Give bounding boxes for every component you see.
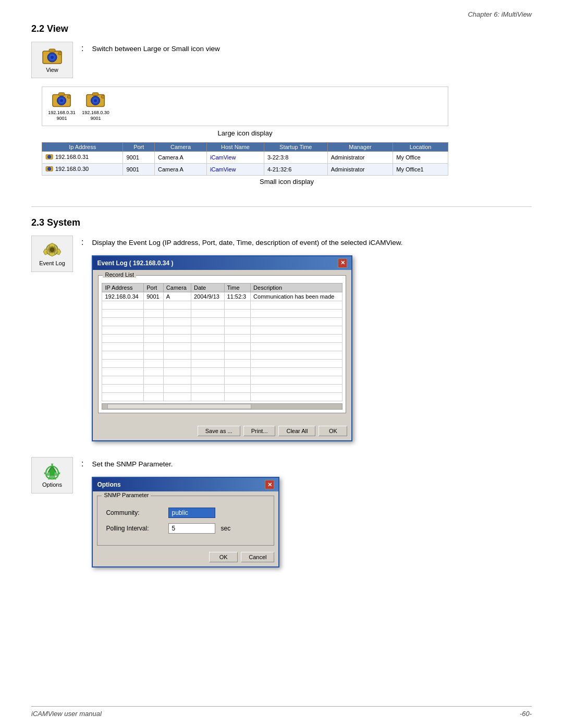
col-port: Port — [123, 142, 155, 151]
table-row — [102, 359, 342, 367]
options-dialog: Options ✕ SNMP Parameter Community: P — [92, 477, 279, 567]
table-row: 192.168.0.30 9001 Camera A iCamView 4-21… — [42, 163, 448, 175]
cam-icon-large-1: 192.168.0.319001 — [47, 91, 76, 121]
chapter-header: Chapter 6: iMultiView — [31, 10, 532, 18]
snmp-group: SNMP Parameter Community: Polling Interv… — [97, 496, 274, 546]
options-description: Set the SNMP Parameter. — [92, 459, 532, 470]
options-title: Options — [97, 481, 120, 488]
table-row — [102, 309, 342, 317]
table-row — [102, 367, 342, 376]
view-section-title: 2.2 View — [31, 23, 532, 34]
rec1-desc: Communication has been made — [251, 292, 342, 301]
svg-rect-4 — [49, 49, 55, 52]
ok-button[interactable]: OK — [319, 426, 347, 436]
cam-icon-large-2: 192.168.0.309001 — [81, 91, 110, 121]
view-icon-svg — [41, 47, 64, 66]
system-section-title: 2.3 System — [31, 217, 532, 228]
chapter-title: Chapter 6: iMultiView — [468, 10, 532, 18]
rec-col-camera: Camera — [163, 283, 191, 292]
event-log-close-btn[interactable]: ✕ — [338, 258, 347, 268]
col-camera: Camera — [155, 142, 207, 151]
row2-hostname: iCamView — [207, 163, 264, 175]
row2-cam-icon — [45, 165, 54, 173]
footer-left: iCAMView user manual — [31, 710, 102, 718]
section-divider — [31, 206, 532, 207]
cam1-label: 192.168.0.319001 — [48, 110, 76, 121]
scrollbar-thumb — [107, 404, 251, 409]
record-list-label: Record List — [103, 272, 136, 278]
rec-col-port: Port — [144, 283, 164, 292]
row2-manager: Administrator — [327, 163, 393, 175]
community-input[interactable] — [168, 508, 215, 518]
svg-rect-11 — [67, 95, 70, 98]
large-icon-display: 192.168.0.319001 192.168.0.309001 — [42, 87, 448, 126]
bullet-colon-view: : — [81, 44, 83, 53]
record-scrollbar[interactable] — [102, 403, 342, 410]
small-display-caption: Small icon display — [42, 178, 532, 186]
clear-all-button[interactable]: Clear All — [278, 426, 315, 436]
event-log-icon-label: Event Log — [39, 260, 65, 266]
col-startup: Startup Time — [264, 142, 327, 151]
event-log-title: Event Log ( 192.168.0.34 ) — [97, 260, 173, 267]
svg-rect-17 — [101, 95, 104, 98]
row1-ip: 192.168.0.31 — [42, 151, 123, 163]
rec1-date: 2004/9/13 — [191, 292, 224, 301]
rec1-camera: A — [163, 292, 191, 301]
bullet-colon-system: : — [81, 238, 83, 247]
row1-port: 9001 — [123, 151, 155, 163]
event-log-description: Display the Event Log (IP address, Port,… — [92, 238, 532, 248]
community-row: Community: — [106, 508, 265, 518]
rec1-port: 9001 — [144, 292, 164, 301]
event-log-buttons: Save as ... Print... Clear All OK — [93, 424, 351, 440]
row2-startup: 4-21:32:6 — [264, 163, 327, 175]
svg-point-15 — [94, 99, 97, 102]
event-log-body: Record List IP Address Port Camera — [93, 270, 351, 424]
footer-right: -60- — [520, 710, 532, 718]
options-cancel-button[interactable]: Cancel — [241, 552, 274, 562]
polling-unit: sec — [221, 525, 230, 532]
svg-point-28 — [50, 248, 54, 252]
svg-point-25 — [49, 168, 50, 169]
col-ip: Ip Address — [42, 142, 123, 151]
table-row — [102, 392, 342, 401]
save-as-button[interactable]: Save as ... — [198, 426, 240, 436]
event-log-dialog-container: Event Log ( 192.168.0.34 ) ✕ Record List — [92, 255, 532, 441]
col-location: Location — [393, 142, 448, 151]
rec1-time: 11:52:3 — [224, 292, 251, 301]
table-row — [102, 342, 342, 351]
polling-label: Polling Interval: — [106, 525, 163, 532]
options-buttons: OK Cancel — [93, 550, 278, 566]
table-row — [102, 376, 342, 384]
event-log-titlebar: Event Log ( 192.168.0.34 ) ✕ — [93, 256, 351, 270]
row1-cam-icon — [45, 153, 54, 161]
section-system: 2.3 System Event Log : Display the Event — [31, 217, 532, 568]
rec-col-time: Time — [224, 283, 251, 292]
event-log-icon-svg — [42, 241, 63, 259]
table-row — [102, 301, 342, 309]
svg-point-9 — [60, 99, 63, 102]
options-titlebar: Options ✕ — [93, 478, 278, 491]
polling-input[interactable] — [168, 523, 215, 534]
options-close-btn[interactable]: ✕ — [265, 480, 274, 489]
polling-row: Polling Interval: sec — [106, 523, 265, 534]
row1-startup: 3-22:3:8 — [264, 151, 327, 163]
small-icon-table: Ip Address Port Camera Host Name Startup… — [42, 142, 448, 176]
print-button[interactable]: Print... — [243, 426, 276, 436]
cam2-label: 192.168.0.309001 — [82, 110, 109, 121]
options-icon-label: Options — [42, 482, 62, 488]
svg-point-21 — [49, 156, 50, 157]
rec1-ip: 192.168.0.34 — [102, 292, 144, 301]
table-row — [102, 326, 342, 334]
record-list-group: Record List IP Address Port Camera — [98, 275, 346, 413]
view-description: Switch between Large or Small icon view — [92, 44, 219, 54]
options-icon-box: Options — [31, 457, 73, 493]
row1-manager: Administrator — [327, 151, 393, 163]
rec-col-ip: IP Address — [102, 283, 144, 292]
table-row: 192.168.0.34 9001 A 2004/9/13 11:52:3 Co… — [102, 292, 342, 301]
options-dialog-container: Options ✕ SNMP Parameter Community: P — [92, 477, 532, 567]
row2-location: My Office1 — [393, 163, 448, 175]
svg-point-3 — [51, 56, 54, 59]
options-ok-button[interactable]: OK — [209, 552, 238, 562]
bullet-colon-options: : — [81, 459, 83, 468]
view-icon-box: View — [31, 42, 73, 78]
